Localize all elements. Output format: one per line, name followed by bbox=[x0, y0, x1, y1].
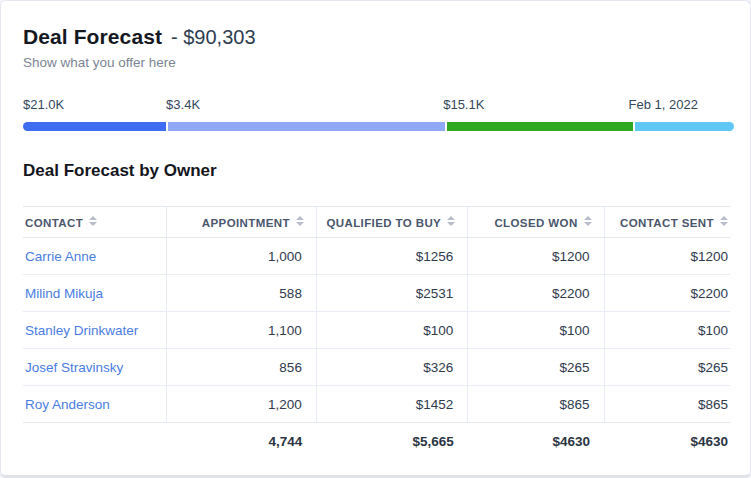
total-appointment: 4,744 bbox=[167, 423, 317, 460]
total-qualified: $5,665 bbox=[316, 423, 467, 460]
cell-closed: $865 bbox=[468, 386, 604, 423]
cell-appointment: 1,200 bbox=[167, 386, 317, 423]
page-title: Deal Forecast - $90,303 bbox=[23, 25, 728, 49]
cell-qualified: $1256 bbox=[316, 238, 467, 275]
cell-qualified: $326 bbox=[316, 349, 467, 386]
forecast-progress-bar bbox=[23, 122, 728, 131]
totals-spacer bbox=[23, 423, 167, 460]
cell-qualified: $100 bbox=[316, 312, 467, 349]
table-header-row: Contact Appointment Qualified to buy Clo… bbox=[23, 207, 730, 238]
cell-qualified: $1452 bbox=[316, 386, 467, 423]
column-header-closed-won[interactable]: Closed won bbox=[468, 207, 604, 238]
table-row: Stanley Drinkwater 1,100 $100 $100 $100 bbox=[23, 312, 730, 349]
progress-segment[interactable] bbox=[23, 122, 166, 131]
column-header-label: Qualified to buy bbox=[326, 217, 441, 229]
progress-segment[interactable] bbox=[168, 122, 445, 131]
sort-icon[interactable] bbox=[296, 216, 304, 226]
progress-label: $3.4K bbox=[166, 97, 200, 112]
cell-closed: $265 bbox=[468, 349, 604, 386]
page-title-amount: - $90,303 bbox=[171, 26, 256, 49]
page-title-text: Deal Forecast bbox=[23, 25, 162, 49]
sort-icon[interactable] bbox=[720, 216, 728, 226]
cell-qualified: $2531 bbox=[316, 275, 467, 312]
progress-label: Feb 1, 2022 bbox=[629, 97, 698, 112]
column-header-qualified-to-buy[interactable]: Qualified to buy bbox=[316, 207, 467, 238]
sort-icon[interactable] bbox=[89, 216, 97, 226]
totals-row: 4,744 $5,665 $4630 $4630 bbox=[23, 423, 730, 460]
total-sent: $4630 bbox=[604, 423, 730, 460]
progress-labels: $21.0K $3.4K $15.1K Feb 1, 2022 bbox=[23, 97, 728, 113]
column-header-contact-sent[interactable]: Contact sent bbox=[604, 207, 730, 238]
cell-closed: $100 bbox=[468, 312, 604, 349]
cell-closed: $1200 bbox=[468, 238, 604, 275]
column-header-label: Contact sent bbox=[620, 217, 714, 229]
cell-appointment: 1,000 bbox=[167, 238, 317, 275]
table-row: Josef Stravinsky 856 $326 $265 $265 bbox=[23, 349, 730, 386]
cell-appointment: 1,100 bbox=[167, 312, 317, 349]
total-closed: $4630 bbox=[468, 423, 604, 460]
contact-link[interactable]: Roy Anderson bbox=[25, 397, 110, 412]
progress-segment[interactable] bbox=[635, 122, 734, 131]
cell-sent: $2200 bbox=[604, 275, 730, 312]
column-header-contact[interactable]: Contact bbox=[23, 207, 167, 238]
table-heading: Deal Forecast by Owner bbox=[23, 161, 728, 181]
cell-sent: $100 bbox=[604, 312, 730, 349]
progress-label: $15.1K bbox=[443, 97, 484, 112]
cell-sent: $865 bbox=[604, 386, 730, 423]
cell-closed: $2200 bbox=[468, 275, 604, 312]
cell-sent: $1200 bbox=[604, 238, 730, 275]
table-row: Roy Anderson 1,200 $1452 $865 $865 bbox=[23, 386, 730, 423]
page-subtitle: Show what you offer here bbox=[23, 55, 728, 70]
contact-link[interactable]: Stanley Drinkwater bbox=[25, 323, 138, 338]
deal-forecast-table: Contact Appointment Qualified to buy Clo… bbox=[23, 206, 730, 460]
progress-label: $21.0K bbox=[23, 97, 64, 112]
contact-link[interactable]: Carrie Anne bbox=[25, 249, 96, 264]
contact-link[interactable]: Josef Stravinsky bbox=[25, 360, 123, 375]
column-header-appointment[interactable]: Appointment bbox=[167, 207, 317, 238]
column-header-label: Closed won bbox=[494, 217, 577, 229]
cell-sent: $265 bbox=[604, 349, 730, 386]
cell-appointment: 588 bbox=[167, 275, 317, 312]
sort-icon[interactable] bbox=[584, 216, 592, 226]
progress-segment[interactable] bbox=[447, 122, 632, 131]
column-header-label: Appointment bbox=[202, 217, 290, 229]
contact-link[interactable]: Milind Mikuja bbox=[25, 286, 103, 301]
table-row: Carrie Anne 1,000 $1256 $1200 $1200 bbox=[23, 238, 730, 275]
sort-icon[interactable] bbox=[447, 216, 455, 226]
cell-appointment: 856 bbox=[167, 349, 317, 386]
deal-forecast-card: Deal Forecast - $90,303 Show what you of… bbox=[0, 0, 751, 478]
table-row: Milind Mikuja 588 $2531 $2200 $2200 bbox=[23, 275, 730, 312]
column-header-label: Contact bbox=[25, 217, 83, 229]
